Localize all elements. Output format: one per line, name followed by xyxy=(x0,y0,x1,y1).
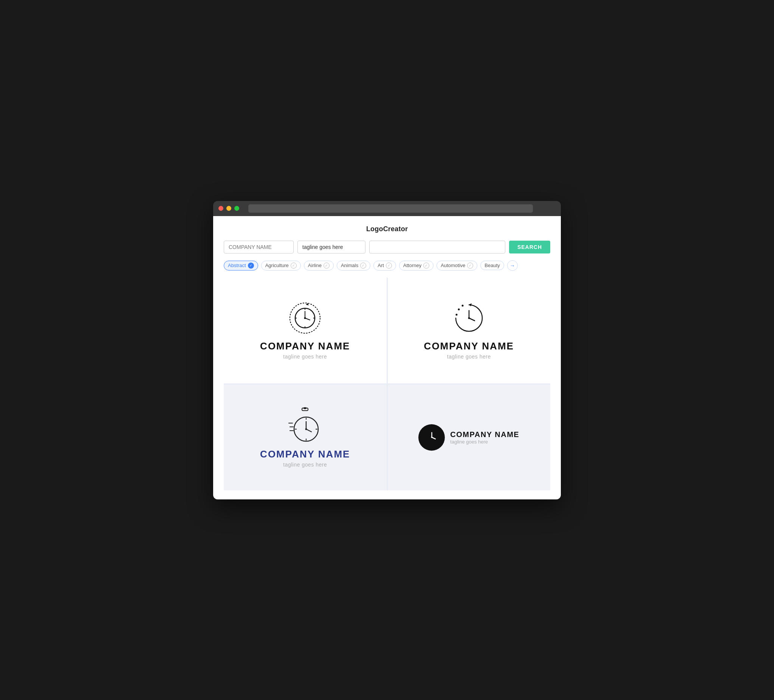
search-button[interactable]: SEARCH xyxy=(509,241,550,253)
filter-next-button[interactable]: → xyxy=(507,260,518,271)
filter-chip-automotive[interactable]: Automotive ✓ xyxy=(437,261,477,271)
svg-point-27 xyxy=(305,428,307,430)
filter-check-animals: ✓ xyxy=(360,262,366,269)
filter-chip-attorney[interactable]: Attorney ✓ xyxy=(399,261,433,271)
app-window: LogoCreator SEARCH Abstract ✓ Agricultur… xyxy=(213,201,561,499)
svg-point-14 xyxy=(468,317,470,319)
filter-check-automotive: ✓ xyxy=(467,262,473,269)
clock-orbit-icon xyxy=(288,301,322,335)
titlebar xyxy=(213,201,561,216)
filter-chip-animals[interactable]: Animals ✓ xyxy=(337,261,370,271)
filter-label-abstract: Abstract xyxy=(228,262,246,268)
clock-minimal-icon xyxy=(452,301,486,335)
app-body: LogoCreator SEARCH Abstract ✓ Agricultur… xyxy=(213,216,561,499)
logo1-tagline: tagline goes here xyxy=(283,353,327,360)
filter-check-art: ✓ xyxy=(386,262,392,269)
app-title: LogoCreator xyxy=(224,225,550,233)
logo-card-4[interactable]: COMPANY NAME tagline goes here xyxy=(388,385,551,490)
filter-check-abstract: ✓ xyxy=(248,262,254,269)
filter-check-attorney: ✓ xyxy=(423,262,429,269)
tagline-input[interactable] xyxy=(298,241,366,253)
filter-label-animals: Animals xyxy=(341,262,358,268)
svg-point-31 xyxy=(431,437,432,438)
logo2-tagline: tagline goes here xyxy=(447,353,491,360)
filter-label-automotive: Automotive xyxy=(441,262,465,268)
extra-input[interactable] xyxy=(369,241,505,253)
logo2-company: COMPANY NAME xyxy=(424,340,514,352)
filter-check-airline: ✓ xyxy=(324,262,329,269)
logo3-tagline: tagline goes here xyxy=(283,462,327,468)
filter-chip-airline[interactable]: Airline ✓ xyxy=(304,261,334,271)
logo4-tagline: tagline goes here xyxy=(450,439,519,445)
filter-label-art: Art xyxy=(377,262,384,268)
filter-bar: Abstract ✓ Agriculture ✓ Airline ✓ Anima… xyxy=(224,260,550,271)
fullscreen-button[interactable] xyxy=(234,206,239,211)
filter-chip-abstract[interactable]: Abstract ✓ xyxy=(224,261,258,271)
filter-chip-agriculture[interactable]: Agriculture ✓ xyxy=(261,261,301,271)
logo1-company: COMPANY NAME xyxy=(260,340,350,352)
logo4-circle xyxy=(418,424,445,451)
search-bar: SEARCH xyxy=(224,241,550,253)
filter-chip-beauty[interactable]: Beauty xyxy=(480,261,504,270)
svg-point-4 xyxy=(304,317,306,319)
filter-label-agriculture: Agriculture xyxy=(265,262,289,268)
svg-point-9 xyxy=(455,314,457,316)
stopwatch-icon xyxy=(288,407,322,443)
logo-card-2[interactable]: COMPANY NAME tagline goes here xyxy=(388,277,551,383)
close-button[interactable] xyxy=(218,206,223,211)
svg-point-11 xyxy=(461,305,463,307)
logo3-company: COMPANY NAME xyxy=(260,448,350,460)
svg-point-10 xyxy=(458,309,460,310)
logo4-company: COMPANY NAME xyxy=(450,430,519,439)
minimize-button[interactable] xyxy=(227,206,231,211)
logo-card-3[interactable]: COMPANY NAME tagline goes here xyxy=(224,385,387,490)
clock-filled-icon xyxy=(423,429,440,446)
logo-card-1[interactable]: COMPANY NAME tagline goes here xyxy=(224,277,387,383)
filter-label-attorney: Attorney xyxy=(403,262,422,268)
logo4-inline-wrapper: COMPANY NAME tagline goes here xyxy=(418,424,519,451)
logo4-text-block: COMPANY NAME tagline goes here xyxy=(450,430,519,445)
svg-rect-16 xyxy=(303,407,306,409)
filter-chip-art[interactable]: Art ✓ xyxy=(374,261,396,271)
url-bar xyxy=(248,205,533,213)
logo-grid: COMPANY NAME tagline goes here xyxy=(224,277,550,490)
company-name-input[interactable] xyxy=(224,241,294,253)
filter-label-airline: Airline xyxy=(308,262,322,268)
filter-label-beauty: Beauty xyxy=(485,262,499,268)
filter-check-agriculture: ✓ xyxy=(291,262,297,269)
